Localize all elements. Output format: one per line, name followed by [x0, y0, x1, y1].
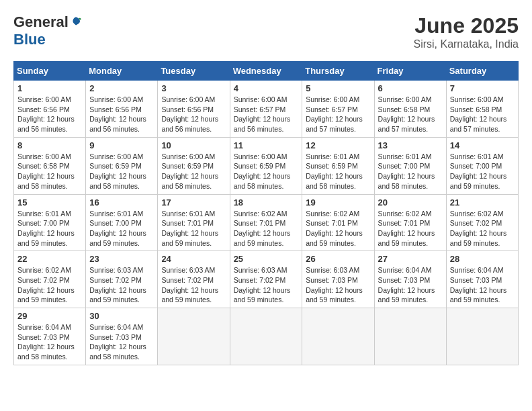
calendar-cell	[374, 308, 446, 365]
calendar-cell: 18Sunrise: 6:02 AM Sunset: 7:01 PM Dayli…	[230, 194, 302, 251]
calendar-cell: 27Sunrise: 6:04 AM Sunset: 7:03 PM Dayli…	[374, 251, 446, 308]
day-info: Sunrise: 6:00 AM Sunset: 6:57 PM Dayligh…	[234, 95, 299, 134]
day-header-friday: Friday	[374, 62, 446, 81]
day-info: Sunrise: 6:01 AM Sunset: 7:00 PM Dayligh…	[450, 152, 515, 191]
day-number: 30	[89, 311, 154, 321]
month-title: June 2025	[413, 13, 519, 38]
day-number: 25	[234, 254, 299, 264]
logo: General Blue	[13, 13, 82, 48]
day-number: 4	[234, 83, 299, 93]
day-number: 10	[161, 140, 226, 150]
calendar-cell: 26Sunrise: 6:03 AM Sunset: 7:03 PM Dayli…	[302, 251, 374, 308]
calendar-cell: 4Sunrise: 6:00 AM Sunset: 6:57 PM Daylig…	[230, 81, 302, 138]
day-number: 16	[89, 197, 154, 208]
day-number: 1	[17, 83, 82, 93]
day-number: 7	[450, 83, 515, 93]
day-info: Sunrise: 6:00 AM Sunset: 6:58 PM Dayligh…	[450, 95, 515, 134]
calendar-cell: 8Sunrise: 6:00 AM Sunset: 6:58 PM Daylig…	[14, 137, 86, 194]
calendar-cell	[230, 308, 302, 365]
day-info: Sunrise: 6:01 AM Sunset: 7:00 PM Dayligh…	[89, 209, 154, 248]
calendar-cell: 23Sunrise: 6:03 AM Sunset: 7:02 PM Dayli…	[86, 251, 158, 308]
calendar-week-row: 22Sunrise: 6:02 AM Sunset: 7:02 PM Dayli…	[14, 251, 519, 308]
logo-blue-text: Blue	[13, 31, 46, 48]
day-number: 9	[89, 140, 154, 150]
day-info: Sunrise: 6:01 AM Sunset: 7:00 PM Dayligh…	[378, 152, 443, 191]
day-number: 24	[161, 254, 226, 264]
day-info: Sunrise: 6:04 AM Sunset: 7:03 PM Dayligh…	[450, 265, 515, 305]
calendar-cell: 21Sunrise: 6:02 AM Sunset: 7:02 PM Dayli…	[446, 194, 518, 251]
day-number: 29	[17, 311, 82, 321]
day-info: Sunrise: 6:00 AM Sunset: 6:58 PM Dayligh…	[378, 95, 443, 134]
day-info: Sunrise: 6:03 AM Sunset: 7:02 PM Dayligh…	[234, 265, 299, 305]
day-info: Sunrise: 6:02 AM Sunset: 7:02 PM Dayligh…	[17, 265, 82, 305]
day-info: Sunrise: 6:00 AM Sunset: 6:56 PM Dayligh…	[89, 95, 154, 134]
day-info: Sunrise: 6:01 AM Sunset: 7:01 PM Dayligh…	[161, 209, 226, 248]
calendar-cell: 30Sunrise: 6:04 AM Sunset: 7:03 PM Dayli…	[86, 308, 158, 365]
day-number: 18	[234, 197, 299, 208]
day-number: 23	[89, 254, 154, 264]
day-number: 20	[378, 197, 443, 208]
day-info: Sunrise: 6:02 AM Sunset: 7:02 PM Dayligh…	[450, 209, 515, 248]
calendar-cell: 22Sunrise: 6:02 AM Sunset: 7:02 PM Dayli…	[14, 251, 86, 308]
day-info: Sunrise: 6:03 AM Sunset: 7:02 PM Dayligh…	[161, 265, 226, 305]
calendar-cell: 11Sunrise: 6:00 AM Sunset: 6:59 PM Dayli…	[230, 137, 302, 194]
calendar-cell: 10Sunrise: 6:00 AM Sunset: 6:59 PM Dayli…	[158, 137, 230, 194]
calendar-cell: 20Sunrise: 6:02 AM Sunset: 7:01 PM Dayli…	[374, 194, 446, 251]
calendar-week-row: 29Sunrise: 6:04 AM Sunset: 7:03 PM Dayli…	[14, 308, 519, 365]
day-number: 3	[161, 83, 226, 93]
day-number: 2	[89, 83, 154, 93]
calendar-cell: 13Sunrise: 6:01 AM Sunset: 7:00 PM Dayli…	[374, 137, 446, 194]
day-info: Sunrise: 6:01 AM Sunset: 7:00 PM Dayligh…	[17, 209, 82, 248]
calendar-cell: 17Sunrise: 6:01 AM Sunset: 7:01 PM Dayli…	[158, 194, 230, 251]
day-info: Sunrise: 6:03 AM Sunset: 7:02 PM Dayligh…	[89, 265, 154, 305]
day-info: Sunrise: 6:02 AM Sunset: 7:01 PM Dayligh…	[234, 209, 299, 248]
calendar-cell	[446, 308, 518, 365]
day-info: Sunrise: 6:02 AM Sunset: 7:01 PM Dayligh…	[306, 209, 370, 248]
calendar-cell: 7Sunrise: 6:00 AM Sunset: 6:58 PM Daylig…	[446, 81, 518, 138]
calendar-cell: 25Sunrise: 6:03 AM Sunset: 7:02 PM Dayli…	[230, 251, 302, 308]
day-number: 15	[17, 197, 82, 208]
day-info: Sunrise: 6:00 AM Sunset: 6:59 PM Dayligh…	[89, 152, 154, 191]
calendar-table: SundayMondayTuesdayWednesdayThursdayFrid…	[13, 61, 519, 365]
calendar-week-row: 1Sunrise: 6:00 AM Sunset: 6:56 PM Daylig…	[14, 81, 519, 138]
day-header-monday: Monday	[86, 62, 158, 81]
day-number: 22	[17, 254, 82, 264]
calendar-week-row: 8Sunrise: 6:00 AM Sunset: 6:58 PM Daylig…	[14, 137, 519, 194]
calendar-cell: 9Sunrise: 6:00 AM Sunset: 6:59 PM Daylig…	[86, 137, 158, 194]
calendar-header-row: SundayMondayTuesdayWednesdayThursdayFrid…	[14, 62, 519, 81]
day-info: Sunrise: 6:01 AM Sunset: 6:59 PM Dayligh…	[306, 152, 370, 191]
logo-bird-icon	[70, 16, 82, 28]
calendar-cell: 16Sunrise: 6:01 AM Sunset: 7:00 PM Dayli…	[86, 194, 158, 251]
calendar-cell: 19Sunrise: 6:02 AM Sunset: 7:01 PM Dayli…	[302, 194, 374, 251]
calendar-cell: 15Sunrise: 6:01 AM Sunset: 7:00 PM Dayli…	[14, 194, 86, 251]
day-info: Sunrise: 6:02 AM Sunset: 7:01 PM Dayligh…	[378, 209, 443, 248]
day-info: Sunrise: 6:03 AM Sunset: 7:03 PM Dayligh…	[306, 265, 370, 305]
day-number: 11	[234, 140, 299, 150]
day-number: 5	[306, 83, 370, 93]
day-info: Sunrise: 6:00 AM Sunset: 6:58 PM Dayligh…	[17, 152, 82, 191]
day-info: Sunrise: 6:04 AM Sunset: 7:03 PM Dayligh…	[17, 322, 82, 362]
calendar-cell: 6Sunrise: 6:00 AM Sunset: 6:58 PM Daylig…	[374, 81, 446, 138]
day-number: 12	[306, 140, 370, 150]
calendar-cell	[158, 308, 230, 365]
day-info: Sunrise: 6:00 AM Sunset: 6:56 PM Dayligh…	[17, 95, 82, 134]
day-number: 14	[450, 140, 515, 150]
calendar-cell	[302, 308, 374, 365]
page-header: General Blue June 2025 Sirsi, Karnataka,…	[13, 13, 519, 50]
day-number: 28	[450, 254, 515, 264]
day-number: 19	[306, 197, 370, 208]
day-number: 27	[378, 254, 443, 264]
calendar-week-row: 15Sunrise: 6:01 AM Sunset: 7:00 PM Dayli…	[14, 194, 519, 251]
title-section: June 2025 Sirsi, Karnataka, India	[413, 13, 519, 50]
day-number: 13	[378, 140, 443, 150]
day-info: Sunrise: 6:00 AM Sunset: 6:59 PM Dayligh…	[161, 152, 226, 191]
calendar-cell: 24Sunrise: 6:03 AM Sunset: 7:02 PM Dayli…	[158, 251, 230, 308]
day-header-thursday: Thursday	[302, 62, 374, 81]
day-header-tuesday: Tuesday	[158, 62, 230, 81]
day-number: 17	[161, 197, 226, 208]
calendar-cell: 29Sunrise: 6:04 AM Sunset: 7:03 PM Dayli…	[14, 308, 86, 365]
day-info: Sunrise: 6:00 AM Sunset: 6:56 PM Dayligh…	[161, 95, 226, 134]
day-info: Sunrise: 6:04 AM Sunset: 7:03 PM Dayligh…	[378, 265, 443, 305]
location-subtitle: Sirsi, Karnataka, India	[413, 38, 519, 50]
calendar-cell: 2Sunrise: 6:00 AM Sunset: 6:56 PM Daylig…	[86, 81, 158, 138]
